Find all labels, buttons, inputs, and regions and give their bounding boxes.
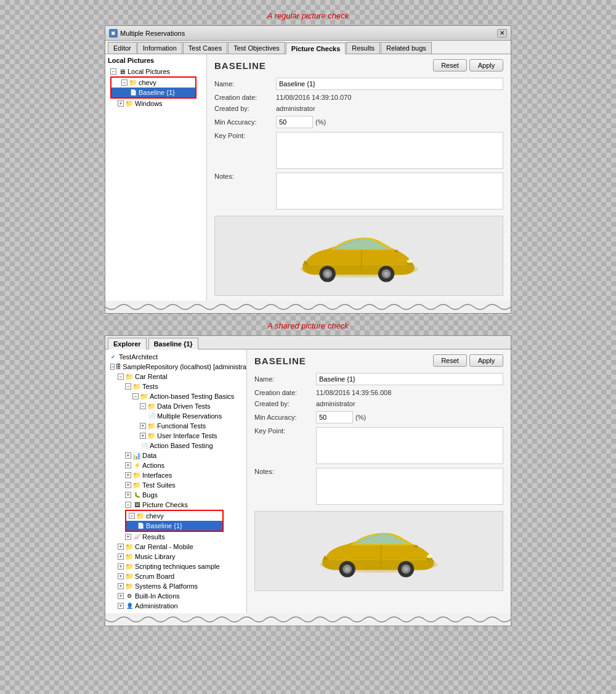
expand-func[interactable]: + xyxy=(140,423,146,429)
expand-admin[interactable]: + xyxy=(118,603,124,609)
car-image xyxy=(291,222,427,290)
tab-testcases[interactable]: Test Cases xyxy=(183,42,227,54)
tree-label-ui: User Interface Tests xyxy=(157,432,217,439)
expand-scrum[interactable]: + xyxy=(118,573,124,579)
tree-builtin[interactable]: + ⚙ Built-In Actions xyxy=(108,591,244,601)
tab-picturechecks[interactable]: Picture Checks xyxy=(286,43,346,54)
tree-carrental-mobile[interactable]: + 📁 Car Rental - Mobile xyxy=(108,542,244,552)
expand-icon[interactable]: − xyxy=(110,68,116,75)
tree-label-carrental: Car Rental xyxy=(135,373,168,380)
explorer-left-panel: ✔ TestArchitect − 🗄 SampleRepository (lo… xyxy=(105,349,247,613)
expand-interfaces[interactable]: + xyxy=(125,472,131,478)
tree-sample-repo[interactable]: − 🗄 SampleRepository (localhost) [admini… xyxy=(108,362,244,372)
expand-basics[interactable]: − xyxy=(132,393,139,399)
file-icon-baseline2: 📄 xyxy=(136,521,145,530)
tree-admin[interactable]: + 👤 Administration xyxy=(108,601,244,611)
expand-testsuites[interactable]: + xyxy=(125,482,131,488)
name-input[interactable] xyxy=(276,78,503,90)
tree-music[interactable]: + 📁 Music Library xyxy=(108,552,244,561)
expand-ui[interactable]: + xyxy=(140,433,146,439)
expand-carrental[interactable]: − xyxy=(118,374,124,380)
expand-repo[interactable]: − xyxy=(110,364,115,370)
expand-bugs[interactable]: + xyxy=(125,492,131,498)
svg-point-19 xyxy=(427,555,432,558)
caption-top: A regular picture check xyxy=(0,11,616,20)
tree-scripting[interactable]: + 📁 Scripting techniques sample xyxy=(108,561,244,571)
expand-music[interactable]: + xyxy=(118,553,124,560)
reset-button[interactable]: Reset xyxy=(433,59,467,71)
tab-editor[interactable]: Editor xyxy=(108,42,137,54)
baseline2-btn-row: Reset Apply xyxy=(433,354,503,367)
tab-explorer[interactable]: Explorer xyxy=(108,338,147,349)
tree-label-chevy: chevy xyxy=(139,79,156,86)
tree-systems[interactable]: + 📁 Systems & Platforms xyxy=(108,581,244,591)
created-by2-value: administrator xyxy=(316,400,355,407)
tree-chevy2[interactable]: − 📁 chevy xyxy=(126,511,222,521)
tree-label-driven: Data Driven Tests xyxy=(157,402,211,410)
tree-scrum[interactable]: + 📁 Scrum Board xyxy=(108,571,244,581)
tab-results[interactable]: Results xyxy=(346,42,380,54)
expand-data[interactable]: + xyxy=(125,452,131,459)
key-point2-textarea[interactable] xyxy=(316,427,503,464)
tree-bugs[interactable]: + 🐛 Bugs xyxy=(108,490,244,500)
tree-multiple-res[interactable]: 📄 Multiple Reservations xyxy=(108,411,244,421)
tree-testarchitect[interactable]: ✔ TestArchitect xyxy=(108,352,244,362)
folder-data: 📊 xyxy=(132,451,141,460)
folder-scripting: 📁 xyxy=(125,562,134,571)
tree-ui-tests[interactable]: + 📁 User Interface Tests xyxy=(108,431,244,441)
expand-driven[interactable]: − xyxy=(140,403,146,409)
tree-item-local-pictures[interactable]: − 🖥 Local Pictures xyxy=(108,67,204,76)
folder-interfaces: 📁 xyxy=(132,471,141,480)
tree-car-rental[interactable]: − 📁 Car Rental xyxy=(108,372,244,382)
tree-data-driven[interactable]: − 📁 Data Driven Tests xyxy=(108,401,244,411)
tree-item-windows[interactable]: + 📁 Windows xyxy=(108,99,204,108)
tree-item-baseline1[interactable]: 📄 Baseline {1} xyxy=(111,88,195,97)
min-accuracy2-input[interactable] xyxy=(316,411,353,423)
folder-basics: 📁 xyxy=(140,392,148,401)
tree-item-chevy[interactable]: − 📁 chevy xyxy=(111,78,195,88)
tree-results[interactable]: + 📈 Results xyxy=(108,532,244,542)
tab-testobjectives[interactable]: Test Objectives xyxy=(228,42,285,54)
expand-results[interactable]: + xyxy=(125,534,131,540)
expand-mobile[interactable]: + xyxy=(118,544,124,550)
tree-label-windows: Windows xyxy=(135,100,163,107)
expand-tests[interactable]: − xyxy=(125,383,131,390)
expand-systems[interactable]: + xyxy=(118,583,124,589)
tree-actions[interactable]: + ⚡ Actions xyxy=(108,460,244,470)
tree-picture-checks[interactable]: − 🖼 Picture Checks xyxy=(108,500,244,510)
key-point-textarea[interactable] xyxy=(276,132,503,169)
tree-functional[interactable]: + 📁 Functional Tests xyxy=(108,421,244,431)
creation-date2-label: Creation date: xyxy=(254,389,316,396)
expand-builtin[interactable]: + xyxy=(118,593,124,599)
tree-interfaces[interactable]: + 📁 Interfaces xyxy=(108,470,244,480)
expand-icon-chevy[interactable]: − xyxy=(121,80,128,86)
baseline-title: BASELINE xyxy=(214,60,266,71)
baseline2-title: BASELINE xyxy=(254,356,306,366)
tree-baseline1-2[interactable]: 📄 Baseline {1} xyxy=(126,521,222,531)
notes-textarea[interactable] xyxy=(276,173,503,210)
expand-chevy2[interactable]: − xyxy=(129,513,135,519)
svg-point-15 xyxy=(345,567,349,571)
tree-label-systems: Systems & Platforms xyxy=(135,582,198,590)
apply-button[interactable]: Apply xyxy=(469,59,503,71)
tab-baseline[interactable]: Baseline {1} xyxy=(148,338,198,349)
name2-input[interactable] xyxy=(316,373,503,385)
reset2-button[interactable]: Reset xyxy=(433,354,467,367)
min-accuracy-input[interactable] xyxy=(276,116,313,128)
tab-information[interactable]: Information xyxy=(137,42,182,54)
tree-action-based[interactable]: 📄 Action Based Testing xyxy=(108,441,244,451)
tree-action-basics[interactable]: − 📁 Action-based Testing Basics xyxy=(108,391,244,401)
expand-scripting[interactable]: + xyxy=(118,563,124,569)
expand-actions[interactable]: + xyxy=(125,462,131,468)
expand-icon-windows[interactable]: + xyxy=(118,100,124,107)
tree-tests[interactable]: − 📁 Tests xyxy=(108,382,244,391)
tree-testsuites[interactable]: + 📁 Test Suites xyxy=(108,480,244,490)
expand-picturechecks[interactable]: − xyxy=(125,502,131,508)
tree-label-admin: Administration xyxy=(135,602,178,610)
tree-label-repo: SampleRepository (localhost) [administra… xyxy=(123,363,247,370)
tree-data[interactable]: + 📊 Data xyxy=(108,451,244,460)
tab-relatedbugs[interactable]: Related bugs xyxy=(381,42,432,54)
apply2-button[interactable]: Apply xyxy=(469,354,503,367)
notes2-textarea[interactable] xyxy=(316,468,503,505)
window1-close-button[interactable]: ✕ xyxy=(497,29,507,38)
